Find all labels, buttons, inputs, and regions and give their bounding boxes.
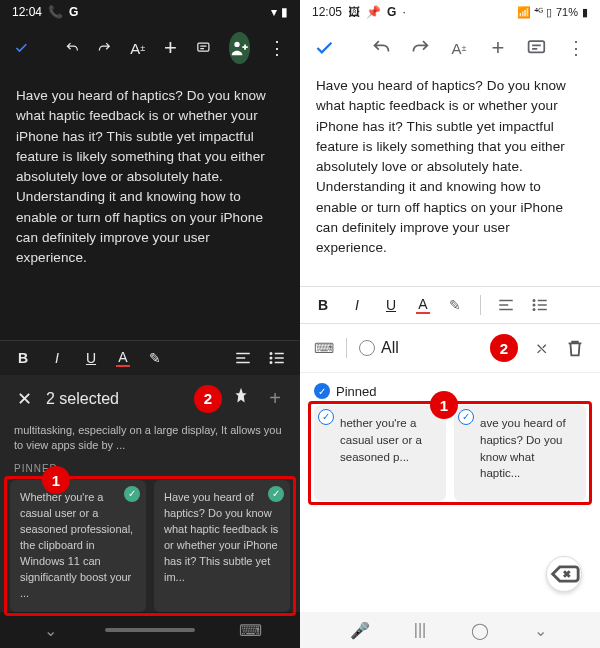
status-time: 12:05 xyxy=(312,5,342,19)
pinned-check-icon[interactable]: ✓ xyxy=(314,383,330,399)
clip-text: hether you're a casual user or a seasone… xyxy=(324,415,436,465)
separator xyxy=(346,338,347,358)
recents-icon[interactable]: ||| xyxy=(400,621,440,639)
more-icon[interactable]: ⋮ xyxy=(565,37,586,59)
status-bar: 12:05 🖼 📌 G · 📶 ⁴ᴳ ▯ 71% ▮ xyxy=(300,0,600,24)
text-format-icon[interactable]: A± xyxy=(130,37,145,59)
comment-icon[interactable] xyxy=(526,37,547,59)
underline-button[interactable]: U xyxy=(82,350,100,366)
svg-point-5 xyxy=(270,352,272,354)
highlight-icon[interactable]: ✎ xyxy=(146,349,164,367)
wifi-icon: ▾ xyxy=(271,5,277,19)
bold-button[interactable]: B xyxy=(314,297,332,313)
selected-check-icon: ✓ xyxy=(268,486,284,502)
pinned-clip-card[interactable]: ✓ ave you heard of haptics? Do you know … xyxy=(454,405,586,501)
battery-text: 71% xyxy=(556,6,578,18)
selection-count: 2 selected xyxy=(46,390,182,408)
bold-button[interactable]: B xyxy=(14,350,32,366)
status-icon: 📌 xyxy=(366,5,381,19)
editor-toolbar: A± + ⋮ xyxy=(300,24,600,72)
pinned-clip-card[interactable]: Have you heard of haptics? Do you know w… xyxy=(154,480,290,612)
add-clip-icon[interactable]: + xyxy=(264,387,286,410)
clip-text: Whether you're a casual user or a season… xyxy=(20,491,133,599)
text-color-button[interactable]: A xyxy=(416,296,430,314)
delete-icon[interactable] xyxy=(564,337,586,359)
status-icon: · xyxy=(402,5,405,19)
pinned-section-label: Pinned xyxy=(336,384,376,399)
keyboard-toggle-icon[interactable]: ⌨ xyxy=(314,340,334,356)
radio-icon xyxy=(359,340,375,356)
keyboard-icon[interactable]: ⌨ xyxy=(230,621,270,640)
svg-point-6 xyxy=(270,357,272,359)
document-body[interactable]: Have you heard of haptics? Do you know w… xyxy=(300,72,600,272)
battery-icon: ▮ xyxy=(281,5,288,19)
svg-point-1 xyxy=(234,42,239,47)
pinned-clip-card[interactable]: Whether you're a casual user or a season… xyxy=(10,480,146,612)
selected-check-icon: ✓ xyxy=(124,486,140,502)
status-icon: G xyxy=(69,5,78,19)
clip-text: Have you heard of haptics? Do you know w… xyxy=(164,491,278,583)
home-icon[interactable]: ◯ xyxy=(460,621,500,640)
align-icon[interactable] xyxy=(497,296,515,314)
clipboard-panel: ✕ 2 selected 2 + multitasking, especiall… xyxy=(0,375,300,648)
home-pill[interactable] xyxy=(105,628,195,632)
italic-button[interactable]: I xyxy=(348,297,366,313)
nav-bar: ⌄ ⌨ xyxy=(0,612,300,648)
clip-preview[interactable]: multitasking, especially on a large disp… xyxy=(0,423,300,454)
callout-2: 2 xyxy=(490,334,518,362)
text-color-button[interactable]: A xyxy=(116,349,130,367)
collapse-icon[interactable]: ⌄ xyxy=(30,621,70,640)
svg-rect-0 xyxy=(198,43,209,51)
svg-point-17 xyxy=(533,309,535,311)
status-icon: 🖼 xyxy=(348,5,360,19)
status-time: 12:04 xyxy=(12,5,42,19)
document-body[interactable]: Have you heard of haptics? Do you know w… xyxy=(0,72,300,282)
clipboard-panel: ⌨ All 2 ⤬ ✓ Pinned 1 ✓ hether you're a c… xyxy=(300,323,600,648)
status-icon: 📞 xyxy=(48,5,63,19)
align-icon[interactable] xyxy=(234,349,252,367)
unpin-icon[interactable]: ⤬ xyxy=(530,337,552,359)
nav-bar: 🎤 ||| ◯ ⌄ xyxy=(300,612,600,648)
confirm-icon[interactable] xyxy=(314,37,335,59)
status-bar: 12:04 📞 G ▾ ▮ xyxy=(0,0,300,24)
svg-point-15 xyxy=(533,300,535,302)
status-icon: G xyxy=(387,5,396,19)
list-icon[interactable] xyxy=(268,349,286,367)
pinned-clip-card[interactable]: ✓ hether you're a casual user or a seaso… xyxy=(314,405,446,501)
format-bar: B I U A ✎ xyxy=(0,340,300,375)
clip-text: ave you heard of haptics? Do you know wh… xyxy=(464,415,576,482)
comment-icon[interactable] xyxy=(196,37,211,59)
format-bar: B I U A ✎ xyxy=(300,286,600,323)
italic-button[interactable]: I xyxy=(48,350,66,366)
share-button[interactable] xyxy=(229,32,250,64)
list-icon[interactable] xyxy=(531,296,549,314)
close-icon[interactable]: ✕ xyxy=(14,388,34,410)
more-icon[interactable]: ⋮ xyxy=(268,37,286,59)
redo-icon[interactable] xyxy=(97,37,112,59)
editor-toolbar: A± + ⋮ xyxy=(0,24,300,72)
highlight-icon[interactable]: ✎ xyxy=(446,296,464,314)
select-all-chip[interactable]: All xyxy=(359,339,399,357)
signal-icon: 📶 ⁴ᴳ ▯ xyxy=(517,6,552,19)
separator xyxy=(480,295,481,315)
undo-icon[interactable] xyxy=(371,37,392,59)
svg-point-7 xyxy=(270,361,272,363)
undo-icon[interactable] xyxy=(65,37,80,59)
add-icon[interactable]: + xyxy=(487,37,508,59)
callout-2: 2 xyxy=(194,385,222,413)
confirm-icon[interactable] xyxy=(14,37,29,59)
collapse-icon[interactable]: ⌄ xyxy=(520,621,560,640)
mic-icon[interactable]: 🎤 xyxy=(340,621,380,640)
all-label: All xyxy=(381,339,399,357)
text-format-icon[interactable]: A± xyxy=(449,37,470,59)
redo-icon[interactable] xyxy=(410,37,431,59)
svg-rect-11 xyxy=(529,41,545,52)
pin-icon[interactable] xyxy=(230,386,252,412)
underline-button[interactable]: U xyxy=(382,297,400,313)
battery-icon: ▮ xyxy=(582,6,588,19)
svg-point-16 xyxy=(533,305,535,307)
backspace-fab[interactable] xyxy=(546,556,582,592)
add-icon[interactable]: + xyxy=(163,37,178,59)
